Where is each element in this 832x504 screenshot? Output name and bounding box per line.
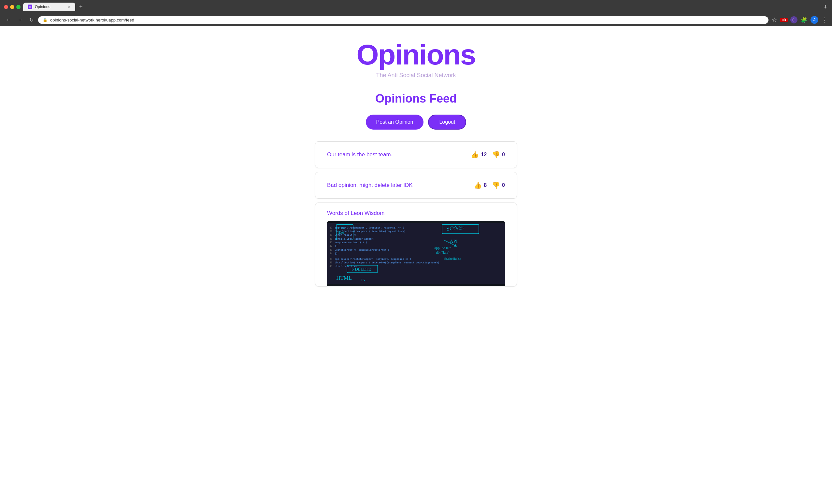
svg-text:}): }) xyxy=(335,252,338,255)
post-opinion-button[interactable]: Post an Opinion xyxy=(366,114,424,130)
back-button[interactable]: ← xyxy=(4,16,13,23)
svg-text:db.chedkelse: db.chedkelse xyxy=(444,257,461,261)
lock-icon: 🔒 xyxy=(43,18,48,22)
svg-text:app.post('/addRapper', (reques: app.post('/addRapper', (request, respons… xyxy=(335,226,404,229)
code-visualization: 37 app.post('/addRapper', (request, resp… xyxy=(327,221,505,286)
svg-text:40: 40 xyxy=(330,237,333,240)
action-buttons: Post an Opinion Logout xyxy=(366,114,467,130)
thumbs-down-icon: 👎 xyxy=(492,181,500,189)
svg-text:PoSt: PoSt xyxy=(338,226,344,230)
svg-text:API: API xyxy=(450,239,458,244)
downvote-count: 0 xyxy=(502,152,505,158)
opinion-card: Bad opinion, might delete later IDK 👍 8 … xyxy=(315,172,517,198)
tab-title: Opinions xyxy=(35,5,65,9)
svg-text:38: 38 xyxy=(330,230,333,233)
tab-bar: O Opinions ✕ + xyxy=(23,3,820,11)
svg-text:HTML: HTML xyxy=(336,275,352,281)
upvote-count: 12 xyxy=(481,152,487,158)
dark-mode-icon[interactable]: ☾ xyxy=(790,16,798,23)
refresh-button[interactable]: ↻ xyxy=(27,16,35,24)
menu-icon[interactable]: ⋮ xyxy=(821,16,828,24)
browser-toolbar: ← → ↻ 🔒 opinions-social-network.herokuap… xyxy=(0,14,832,26)
svg-text:39: 39 xyxy=(330,258,333,261)
browser-chrome: O Opinions ✕ + ⬇ ← → ↻ 🔒 opinions-social… xyxy=(0,0,832,26)
address-bar[interactable]: 🔒 opinions-social-network.herokuapp.com/… xyxy=(38,16,769,24)
opinions-container: Our team is the best team. 👍 12 👎 0 Bad … xyxy=(315,141,517,287)
svg-text:39: 39 xyxy=(330,234,333,236)
svg-text:db.((lars): db.((lars) xyxy=(436,250,449,255)
forward-button[interactable]: → xyxy=(16,16,25,23)
svg-text:response.redirect('/'): response.redirect('/') xyxy=(335,241,367,244)
svg-text:JS .: JS . xyxy=(361,277,367,282)
svg-text:.catch(error => console.error(: .catch(error => console.error(error)) xyxy=(335,248,389,251)
downvote-button[interactable]: 👎 0 xyxy=(492,181,505,189)
svg-text:app.delete('/deleteRapper', (a: app.delete('/deleteRapper', (anyiest, re… xyxy=(335,258,411,261)
svg-text:db.collection('rappers').delet: db.collection('rappers').deleteOne({stag… xyxy=(335,261,439,264)
logout-button[interactable]: Logout xyxy=(428,114,466,130)
traffic-lights xyxy=(4,5,21,9)
opinion-card-title: Words of Leon Wisdom xyxy=(327,210,505,216)
downvote-button[interactable]: 👎 0 xyxy=(492,151,505,159)
toolbar-icons: ☆ uD ☾ 🧩 J ⋮ xyxy=(771,16,828,24)
vote-buttons: 👍 12 👎 0 xyxy=(471,151,505,159)
browser-titlebar: O Opinions ✕ + ⬇ xyxy=(0,0,832,14)
opinion-card: Our team is the best team. 👍 12 👎 0 xyxy=(315,141,517,168)
maximize-window-button[interactable] xyxy=(16,5,21,9)
svg-text:(Del: (Del xyxy=(338,231,344,235)
profile-avatar[interactable]: J xyxy=(810,16,818,24)
download-icon[interactable]: ⬇ xyxy=(823,4,828,10)
opinion-card-image: Words of Leon Wisdom 37 app.post('/addRa… xyxy=(315,203,517,287)
svg-text:37: 37 xyxy=(330,226,333,229)
close-window-button[interactable] xyxy=(4,5,8,9)
opinion-text: Our team is the best team. xyxy=(327,151,471,158)
thumbs-down-icon: 👎 xyxy=(492,151,500,159)
ublock-icon[interactable]: uD xyxy=(780,18,788,22)
active-tab[interactable]: O Opinions ✕ xyxy=(23,3,75,11)
svg-text:44: 44 xyxy=(330,252,333,255)
new-tab-button[interactable]: + xyxy=(77,3,85,11)
svg-text:43: 43 xyxy=(330,248,333,251)
bookmark-star-icon[interactable]: ☆ xyxy=(771,16,778,24)
minimize-window-button[interactable] xyxy=(10,5,14,9)
upvote-button[interactable]: 👍 8 xyxy=(474,181,487,189)
extensions-icon[interactable]: 🧩 xyxy=(800,16,808,24)
thumbs-up-icon: 👍 xyxy=(474,181,482,189)
address-text: opinions-social-network.herokuapp.com/fe… xyxy=(50,18,764,23)
upvote-count: 8 xyxy=(484,182,487,188)
downvote-count: 0 xyxy=(502,182,505,188)
upvote-button[interactable]: 👍 12 xyxy=(471,151,487,159)
svg-text:41: 41 xyxy=(330,265,333,268)
thumbs-up-icon: 👍 xyxy=(471,151,479,159)
svg-text:40: 40 xyxy=(330,261,333,264)
feed-title: Opinions Feed xyxy=(375,92,457,105)
site-title: Opinions xyxy=(356,39,475,71)
svg-text:db.collection('rappers').inser: db.collection('rappers').insertOne(reque… xyxy=(335,230,406,233)
svg-text:app. de lete: app. de lete xyxy=(434,246,451,250)
tab-close-button[interactable]: ✕ xyxy=(68,5,71,9)
svg-text:41: 41 xyxy=(330,241,333,244)
opinion-text: Bad opinion, might delete later IDK xyxy=(327,182,474,188)
code-image: 37 app.post('/addRapper', (request, resp… xyxy=(327,221,505,286)
svg-text:b DELETE: b DELETE xyxy=(352,267,371,271)
vote-buttons: 👍 8 👎 0 xyxy=(474,181,505,189)
tab-favicon: O xyxy=(28,5,32,9)
svg-text:}): }) xyxy=(335,244,338,247)
site-subtitle: The Anti Social Social Network xyxy=(376,72,456,79)
code-image-inner: 37 app.post('/addRapper', (request, resp… xyxy=(327,221,505,286)
svg-text:42: 42 xyxy=(330,244,333,247)
page-content: Opinions The Anti Social Social Network … xyxy=(0,26,832,504)
